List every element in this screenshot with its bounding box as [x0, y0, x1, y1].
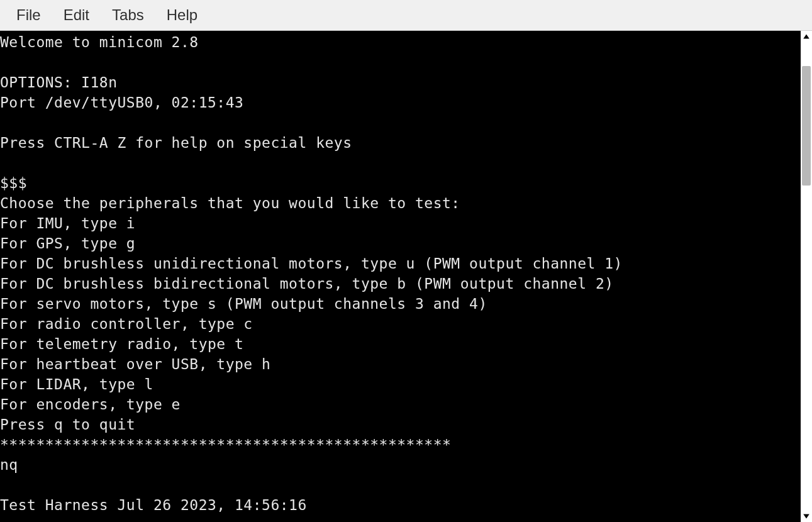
menu-tabs[interactable]: Tabs — [101, 3, 155, 28]
terminal-line: For servo motors, type s (PWM output cha… — [0, 294, 801, 314]
terminal-line: Port /dev/ttyUSB0, 02:15:43 — [0, 92, 801, 113]
terminal[interactable]: Welcome to minicom 2.8 OPTIONS: I18nPort… — [0, 31, 801, 522]
scroll-thumb[interactable] — [802, 66, 811, 186]
terminal-line — [0, 113, 801, 133]
menu-edit[interactable]: Edit — [52, 3, 101, 28]
terminal-line: Choose the peripherals that you would li… — [0, 193, 801, 213]
terminal-container: Welcome to minicom 2.8 OPTIONS: I18nPort… — [0, 30, 812, 522]
terminal-line: Test Harness Jul 26 2023, 14:56:16 — [0, 495, 801, 515]
terminal-line: For telemetry radio, type t — [0, 334, 801, 354]
terminal-line: Press CTRL-A Z for help on special keys — [0, 133, 801, 153]
menubar: File Edit Tabs Help — [0, 0, 812, 30]
terminal-line: ****************************************… — [0, 435, 801, 455]
terminal-line: $$$ — [0, 173, 801, 193]
scroll-track[interactable] — [801, 42, 812, 511]
scrollbar — [801, 31, 812, 522]
terminal-line: nq — [0, 455, 801, 475]
terminal-line — [0, 52, 801, 72]
terminal-line: For radio controller, type c — [0, 314, 801, 334]
terminal-line: For encoders, type e — [0, 394, 801, 414]
terminal-line — [0, 475, 801, 495]
terminal-line: For DC brushless bidirectional motors, t… — [0, 274, 801, 294]
terminal-line — [0, 153, 801, 173]
terminal-line: For GPS, type g — [0, 233, 801, 253]
terminal-line: Welcome to minicom 2.8 — [0, 32, 801, 52]
scroll-up-arrow-icon[interactable] — [801, 31, 812, 42]
menu-file[interactable]: File — [5, 3, 52, 28]
menu-help[interactable]: Help — [155, 3, 209, 28]
scroll-down-arrow-icon[interactable] — [801, 511, 812, 522]
terminal-line: For heartbeat over USB, type h — [0, 354, 801, 374]
terminal-line: For LIDAR, type l — [0, 374, 801, 394]
terminal-line: For DC brushless unidirectional motors, … — [0, 253, 801, 274]
terminal-line: OPTIONS: I18n — [0, 72, 801, 92]
terminal-line: For IMU, type i — [0, 213, 801, 233]
terminal-line: Press q to quit — [0, 414, 801, 435]
